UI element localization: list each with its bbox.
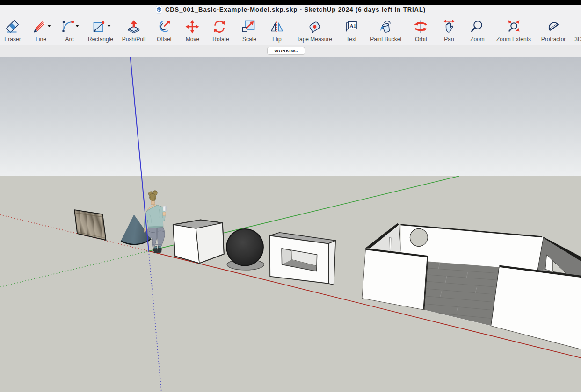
svg-text:A1: A1 [350, 23, 356, 29]
